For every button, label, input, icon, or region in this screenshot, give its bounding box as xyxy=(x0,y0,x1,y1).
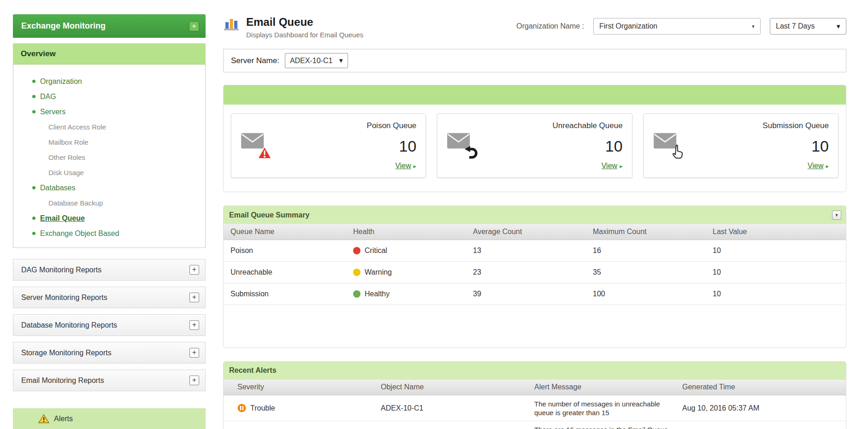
table-row-submission[interactable]: Submission Healthy 39 100 10 xyxy=(224,283,846,305)
bullet-icon xyxy=(32,110,35,113)
sidebar-item-dag[interactable]: DAG xyxy=(13,89,205,104)
menu-label: Servers xyxy=(40,108,65,116)
maximum-count-cell: 35 xyxy=(586,261,706,283)
unreachable-queue-card[interactable]: Unreachable Queue 10 View▸ xyxy=(437,113,632,178)
panel-green-band xyxy=(224,85,846,105)
envelope-return-icon xyxy=(447,130,486,161)
organization-name-label: Organization Name : xyxy=(516,22,584,30)
alert-row-trouble[interactable]: Trouble ADEX-10-C1 The number of message… xyxy=(224,395,846,421)
queue-cards-panel: Poison Queue 10 View▸ Unreachable Queue xyxy=(223,85,846,192)
sidebar-item-database-backup[interactable]: Database Backup xyxy=(13,195,205,211)
page-subtitle: Displays Dashboard for Email Queues xyxy=(246,31,363,39)
bullet-icon xyxy=(32,217,35,220)
warning-triangle-icon xyxy=(38,414,49,423)
organization-select[interactable]: First Organization ▼ xyxy=(593,18,761,35)
period-select[interactable]: Last 7 Days ▼ xyxy=(770,18,846,35)
card-body: Poison Queue 10 View▸ xyxy=(280,121,416,170)
health-cell: Critical xyxy=(346,240,466,261)
chevron-down-icon: ▼ xyxy=(835,23,841,30)
alerts-label: Alerts xyxy=(54,415,73,423)
arrow-right-icon: ▸ xyxy=(413,163,417,170)
health-dot-critical-icon xyxy=(353,247,360,254)
chevron-down-icon: ▼ xyxy=(751,24,756,29)
bullet-icon xyxy=(32,232,35,235)
cards-row: Poison Queue 10 View▸ Unreachable Queue xyxy=(224,105,846,192)
card-value: 10 xyxy=(399,138,417,154)
hand-cursor-icon xyxy=(672,145,685,161)
card-title: Poison Queue xyxy=(367,121,417,130)
table-row-poison[interactable]: Poison Critical 13 16 10 xyxy=(224,240,846,261)
panel-header: Recent Alerts xyxy=(224,362,846,380)
main-content: Email Queue Displays Dashboard for Email… xyxy=(223,0,846,429)
organization-select-value: First Organization xyxy=(599,22,657,30)
column-header: Health xyxy=(346,224,466,240)
column-header: Queue Name xyxy=(224,224,346,240)
section-label: Storage Monitoring Reports xyxy=(21,349,112,357)
server-select[interactable]: ADEX-10-C1 ▼ xyxy=(285,53,348,68)
sidebar-item-mailbox-role[interactable]: Mailbox Role xyxy=(13,135,205,150)
queue-name-cell: Poison xyxy=(224,240,346,261)
overview-menu: Organization DAG Servers Client Access R… xyxy=(13,65,206,248)
view-label: View xyxy=(602,162,617,170)
generated-time-cell: Aug 10, 2016 05:37 AM xyxy=(675,395,846,421)
expand-plus-icon[interactable]: + xyxy=(189,320,199,330)
envelope-alert-icon xyxy=(241,130,280,161)
sidebar-item-overview[interactable]: Overview xyxy=(13,43,206,65)
alert-message-cell: The number of messages in unreachable qu… xyxy=(527,395,675,421)
server-bar: Server Name: ADEX-10-C1 ▼ xyxy=(223,49,846,72)
expand-plus-icon[interactable]: + xyxy=(189,376,199,385)
add-monitor-plus-icon[interactable]: + xyxy=(189,21,199,31)
alert-row-critical[interactable]: Critical ADEX-10-C1 There are 16 message… xyxy=(224,421,846,429)
header-controls: Organization Name : First Organization ▼… xyxy=(516,18,846,35)
card-body: Submission Queue 10 View▸ xyxy=(693,121,829,170)
sidebar-header: Exchange Monitoring + xyxy=(13,14,206,38)
period-select-value: Last 7 Days xyxy=(776,22,815,30)
bullet-icon xyxy=(32,80,35,83)
collapse-panel-button[interactable]: ▼ xyxy=(832,211,841,220)
view-link[interactable]: View▸ xyxy=(602,162,623,170)
sidebar-item-alerts[interactable]: Alerts xyxy=(13,408,206,429)
return-arrow-icon xyxy=(463,146,478,161)
sidebar-item-organization[interactable]: Organization xyxy=(13,74,205,89)
sidebar-section-server-monitoring-reports[interactable]: Server Monitoring Reports + xyxy=(13,287,206,308)
alert-message-cell: There are 16 messages in the Email Queue… xyxy=(527,421,675,429)
poison-queue-card[interactable]: Poison Queue 10 View▸ xyxy=(231,113,426,178)
column-header: Alert Message xyxy=(527,380,675,395)
sidebar-item-servers[interactable]: Servers xyxy=(13,104,205,119)
sidebar-item-client-access-role[interactable]: Client Access Role xyxy=(13,119,205,135)
table-header-row: Severity Object Name Alert Message Gener… xyxy=(224,380,846,395)
server-name-label: Server Name: xyxy=(231,56,279,65)
sidebar-item-databases[interactable]: Databases xyxy=(13,180,205,195)
card-body: Unreachable Queue 10 View▸ xyxy=(486,121,622,170)
sidebar-section-email-monitoring-reports[interactable]: Email Monitoring Reports + xyxy=(13,370,206,391)
sidebar-section-database-monitoring-reports[interactable]: Database Monitoring Reports + xyxy=(13,314,206,336)
column-header: Object Name xyxy=(374,380,527,395)
panel-title: Email Queue Summary xyxy=(229,211,309,219)
last-value-cell: 10 xyxy=(706,283,846,305)
sidebar-item-disk-usage[interactable]: Disk Usage xyxy=(13,165,205,180)
sidebar-item-email-queue[interactable]: Email Queue xyxy=(13,211,205,226)
table-row-unreachable[interactable]: Unreachable Warning 23 35 10 xyxy=(224,261,846,283)
object-name-cell: ADEX-10-C1 xyxy=(374,395,527,421)
sidebar-section-dag-monitoring-reports[interactable]: DAG Monitoring Reports + xyxy=(13,259,206,281)
expand-plus-icon[interactable]: + xyxy=(189,348,199,358)
view-link[interactable]: View▸ xyxy=(395,162,416,170)
sidebar-title: Exchange Monitoring xyxy=(21,21,106,31)
sidebar-section-storage-monitoring-reports[interactable]: Storage Monitoring Reports + xyxy=(13,342,206,364)
menu-label: Client Access Role xyxy=(48,123,106,131)
expand-plus-icon[interactable]: + xyxy=(189,265,199,275)
title-block: Email Queue Displays Dashboard for Email… xyxy=(246,16,363,39)
sidebar-item-other-roles[interactable]: Other Roles xyxy=(13,150,205,165)
menu-label: Organization xyxy=(40,77,82,86)
view-label: View xyxy=(808,162,823,170)
page-title: Email Queue xyxy=(246,16,363,29)
bullet-icon xyxy=(32,186,35,189)
view-link[interactable]: View▸ xyxy=(808,162,829,170)
expand-plus-icon[interactable]: + xyxy=(189,293,199,302)
column-header: Average Count xyxy=(466,224,586,240)
health-label: Warning xyxy=(365,268,392,276)
submission-queue-card[interactable]: Submission Queue 10 View▸ xyxy=(644,113,838,178)
sidebar-item-exchange-object-based[interactable]: Exchange Object Based xyxy=(13,226,205,241)
health-dot-warning-icon xyxy=(353,269,360,276)
chevron-down-icon: ▼ xyxy=(338,57,344,64)
